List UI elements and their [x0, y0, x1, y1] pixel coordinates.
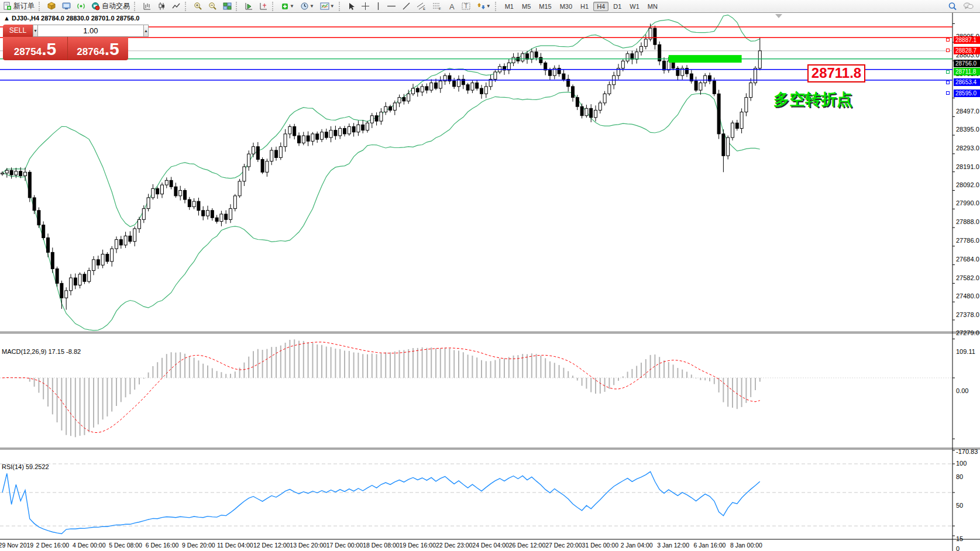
date-tick-label: 8 Jan 00:00: [730, 542, 762, 549]
line-handle[interactable]: [946, 49, 950, 52]
line-chart-button[interactable]: [170, 1, 183, 12]
periods-button[interactable]: ▼: [298, 1, 317, 12]
timeframe-button-m1[interactable]: M1: [501, 2, 517, 11]
autotrading-icon: [91, 2, 100, 11]
bar-chart-icon: [143, 2, 152, 11]
price-tick-label: 27684.0: [956, 256, 979, 263]
crosshair-button[interactable]: [359, 1, 372, 12]
chart-shift-button[interactable]: [257, 1, 270, 12]
arrows-icon: [477, 2, 486, 11]
volume-decrease-button[interactable]: ▼: [33, 25, 38, 37]
rsi-axis-label: 50: [956, 502, 963, 509]
date-tick-label: 5 Dec 08:00: [109, 542, 142, 549]
clock-icon: [300, 2, 309, 11]
chart-shift-marker-icon[interactable]: [775, 14, 782, 18]
volume-stepper: ▼ ▲: [33, 25, 99, 37]
timeframe-button-w1[interactable]: W1: [626, 2, 643, 11]
timeframe-button-h4[interactable]: H4: [593, 2, 608, 11]
fibonacci-button[interactable]: F: [430, 1, 445, 12]
monitor-icon: [62, 2, 71, 11]
tile-windows-button[interactable]: [221, 1, 234, 12]
price-tag-label: 28653.4: [954, 78, 980, 86]
date-tick-label: 31 Dec 00:00: [582, 542, 618, 549]
cursor-button[interactable]: [345, 1, 357, 12]
line-handle[interactable]: [946, 81, 950, 84]
new-order-label: 新订单: [13, 1, 35, 11]
timeframe-toolbar: M1M5M15M30H1H4D1W1MN: [501, 2, 662, 11]
chart-shift-icon: [259, 2, 268, 11]
main-toolbar: 新订单 自动交易: [0, 0, 980, 13]
sell-price-main: 28754: [14, 46, 42, 57]
turning-point-annotation[interactable]: 多空转折点: [773, 89, 852, 110]
signal-button[interactable]: [74, 1, 88, 12]
timeframe-button-m5[interactable]: M5: [518, 2, 534, 11]
sell-price-button[interactable]: 28754.5: [3, 37, 68, 60]
trendline-icon: [402, 2, 411, 11]
date-tick-label: 11 Dec 04:00: [217, 542, 253, 549]
templates-button[interactable]: ▼: [318, 1, 337, 12]
volume-increase-button[interactable]: ▲: [143, 25, 149, 37]
buy-price-button[interactable]: 28764.5: [68, 37, 128, 60]
text-label-button[interactable]: T: [459, 1, 473, 12]
equidistant-channel-button[interactable]: E: [414, 1, 429, 12]
candlestick-icon: [157, 2, 166, 11]
zoom-out-button[interactable]: [206, 1, 219, 12]
timeframe-button-h1[interactable]: H1: [577, 2, 592, 11]
vertical-line-icon: [376, 2, 381, 11]
macd-axis-label: -170.83: [956, 448, 978, 455]
chart-area[interactable]: 28905.028803.028701.028497.028395.028293…: [0, 13, 980, 551]
date-tick-label: 3 Jan 12:00: [657, 542, 689, 549]
rsi-indicator: [0, 464, 953, 533]
zoom-out-icon: [208, 2, 217, 11]
search-icon: [948, 2, 957, 11]
buy-price-frac: .5: [105, 39, 119, 58]
new-order-button[interactable]: 新订单: [1, 1, 37, 12]
text-label-icon: T: [462, 2, 471, 11]
price-tick-label: 28092.0: [956, 181, 979, 188]
line-handle[interactable]: [946, 70, 950, 74]
autotrading-button[interactable]: 自动交易: [89, 1, 132, 12]
timeframe-button-m15[interactable]: M15: [535, 2, 555, 11]
timeframe-button-m30[interactable]: M30: [556, 2, 576, 11]
new-chart-button[interactable]: [242, 1, 256, 12]
macd-indicator: [0, 339, 953, 437]
timeframe-button-d1[interactable]: D1: [610, 2, 625, 11]
add-indicator-button[interactable]: ▼: [278, 1, 297, 12]
date-tick-label: 6 Dec 16:00: [146, 542, 179, 549]
line-handle[interactable]: [946, 38, 950, 42]
line-chart-icon: [172, 2, 181, 11]
date-tick-label: 4 Dec 00:00: [73, 542, 106, 549]
sell-button-tab[interactable]: SELL: [3, 25, 33, 37]
price-tick-label: 27888.0: [956, 218, 979, 225]
dropdown-caret-icon: ▼: [486, 4, 491, 9]
trendline-button[interactable]: [400, 1, 413, 12]
price-callout-label[interactable]: 28711.8: [807, 64, 865, 82]
candlestick-button[interactable]: [155, 1, 169, 12]
horizontal-line-icon: [387, 2, 396, 11]
symbol-period-label: DJ30-,H4: [12, 15, 39, 22]
bar-chart-button[interactable]: [140, 1, 154, 12]
macd-axis-label: 109.11: [956, 348, 975, 355]
timeframe-button-mn[interactable]: MN: [644, 2, 661, 11]
rsi-label: RSI(14) 59.2522: [2, 463, 49, 470]
text-button[interactable]: A: [446, 1, 458, 12]
vertical-line-button[interactable]: [373, 1, 383, 12]
svg-text:A: A: [449, 2, 455, 11]
zoom-in-button[interactable]: [191, 1, 205, 12]
highlight-zone[interactable]: [669, 55, 742, 63]
chat-icon: [963, 2, 974, 11]
one-click-trading-panel: SELL BUY ▼ ▲ 28754.5 28764.5: [2, 25, 129, 60]
search-button[interactable]: [945, 1, 960, 12]
rsi-axis-label: 80: [956, 473, 963, 480]
rsi-axis-label: 15: [956, 535, 963, 542]
horizontal-line-button[interactable]: [384, 1, 398, 12]
monitor-button[interactable]: [60, 1, 73, 12]
box-button[interactable]: [45, 1, 59, 12]
date-tick-label: 2 Dec 16:00: [36, 542, 69, 549]
line-handle[interactable]: [946, 91, 950, 95]
chat-button[interactable]: [961, 1, 976, 12]
volume-input[interactable]: [38, 25, 143, 37]
arrows-button[interactable]: ▼: [474, 1, 493, 12]
collapse-arrow-icon[interactable]: ▲: [4, 15, 10, 22]
cursor-icon: [348, 2, 355, 11]
